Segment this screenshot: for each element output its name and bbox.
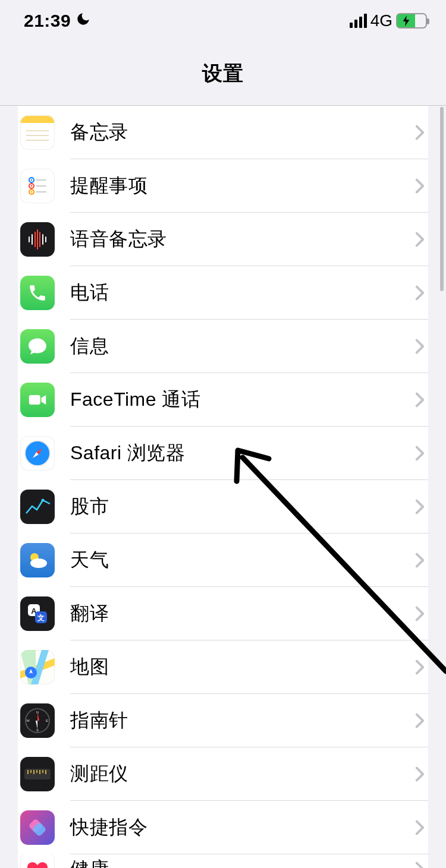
stocks-icon (20, 490, 55, 524)
row-label: 翻译 (70, 601, 415, 627)
chevron-right-icon (415, 820, 425, 835)
row-measure[interactable]: 测距仪 (18, 747, 428, 801)
svg-point-4 (31, 179, 32, 181)
svg-point-24 (30, 558, 47, 568)
row-compass[interactable]: N S W E 指南针 (18, 694, 428, 747)
row-voicememo[interactable]: 语音备忘录 (18, 213, 428, 266)
chevron-right-icon (415, 766, 425, 782)
chevron-right-icon (415, 861, 425, 868)
page-title: 设置 (202, 60, 244, 87)
row-label: 股市 (70, 494, 415, 520)
row-shortcuts[interactable]: 快捷指令 (18, 801, 428, 854)
row-weather[interactable]: 天气 (18, 534, 428, 587)
row-label: 快捷指令 (70, 815, 415, 841)
row-facetime[interactable]: FaceTime 通话 (18, 373, 428, 427)
svg-point-22 (42, 499, 45, 502)
row-label: Safari 浏览器 (70, 440, 415, 466)
row-label: FaceTime 通话 (70, 387, 415, 413)
row-safari[interactable]: Safari 浏览器 (18, 427, 428, 480)
chevron-right-icon (415, 499, 425, 515)
status-bar: 21:39 4G (0, 0, 446, 42)
moon-icon (76, 11, 91, 31)
row-label: 天气 (70, 547, 415, 573)
row-label: 健康 (70, 856, 415, 868)
row-translate[interactable]: A 文 翻译 (18, 587, 428, 640)
row-label: 语音备忘录 (70, 226, 415, 252)
safari-icon (20, 436, 55, 471)
row-health[interactable]: 健康 (18, 854, 428, 868)
row-phone[interactable]: 电话 (18, 266, 428, 320)
row-reminders[interactable]: 提醒事项 (18, 159, 428, 213)
network-label: 4G (370, 11, 392, 30)
status-right: 4G (350, 11, 427, 30)
chevron-right-icon (415, 713, 425, 728)
row-label: 备忘录 (70, 119, 415, 146)
chevron-right-icon (415, 553, 425, 568)
svg-point-8 (31, 191, 32, 192)
health-icon (20, 854, 55, 868)
notes-icon (20, 115, 55, 150)
messages-icon (20, 329, 55, 364)
scrollbar[interactable] (440, 107, 444, 291)
nav-bar: 设置 (0, 42, 446, 106)
row-label: 指南针 (70, 708, 415, 734)
svg-text:E: E (46, 719, 48, 722)
svg-text:文: 文 (37, 614, 45, 622)
chevron-right-icon (415, 339, 425, 354)
row-stocks[interactable]: 股市 (18, 480, 428, 534)
phone-icon (20, 276, 55, 310)
row-notes[interactable]: 备忘录 (18, 106, 428, 159)
row-maps[interactable]: 地图 (18, 640, 428, 694)
svg-rect-19 (29, 395, 40, 405)
chevron-right-icon (415, 606, 425, 621)
status-time: 21:39 (24, 11, 71, 31)
chevron-right-icon (415, 178, 425, 194)
shortcuts-icon (20, 810, 55, 845)
weather-icon (20, 543, 55, 577)
row-label: 测距仪 (70, 761, 415, 787)
chevron-right-icon (415, 232, 425, 247)
maps-icon (20, 650, 55, 684)
reminders-icon (20, 169, 55, 203)
svg-text:W: W (26, 719, 30, 722)
chevron-right-icon (415, 285, 425, 301)
battery-icon (396, 13, 427, 29)
chevron-right-icon (415, 659, 425, 675)
signal-icon (350, 14, 367, 28)
row-label: 电话 (70, 280, 415, 306)
facetime-icon (20, 383, 55, 417)
chevron-right-icon (415, 125, 425, 140)
svg-point-6 (31, 185, 32, 187)
row-label: 信息 (70, 333, 415, 359)
voicememo-icon (20, 222, 55, 257)
row-label: 提醒事项 (70, 173, 415, 199)
status-left: 21:39 (24, 11, 91, 31)
row-messages[interactable]: 信息 (18, 320, 428, 373)
row-label: 地图 (70, 654, 415, 680)
compass-icon: N S W E (20, 703, 55, 738)
settings-list: 备忘录 提醒事项 (18, 106, 428, 868)
translate-icon: A 文 (20, 596, 55, 631)
measure-icon (20, 757, 55, 791)
chevron-right-icon (415, 446, 425, 461)
chevron-right-icon (415, 392, 425, 408)
